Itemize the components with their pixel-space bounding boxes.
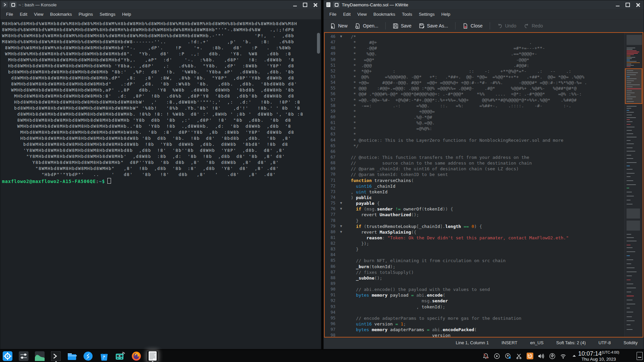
redo-button[interactable]: Redo [521,21,546,31]
konsole-menu-edit[interactable]: Edit [17,10,30,18]
konsole-menu-file[interactable]: File [3,10,16,18]
system-settings-icon[interactable] [18,351,29,361]
code-line: * %@.=@@. [345,120,624,126]
input-mode[interactable]: INSERT [501,340,517,345]
code-line: revert Unauthorized(); [345,212,624,218]
minimap-mark [627,52,639,52]
application-launcher-icon[interactable] [2,351,13,361]
terminal-area[interactable]: M8HbW%d8MHbd%W8MHb8dW%M8HbdW8%MHbd8WM%H8… [0,19,321,349]
clock-timezone: (UTC-4:00) [602,350,620,354]
kwrite-menu-file[interactable]: File [326,10,339,18]
maximize-button[interactable] [302,2,308,7]
minimize-button[interactable] [292,2,298,7]
backup-tool-icon[interactable] [527,353,533,359]
minimap-mark [627,84,640,85]
kwrite-menu-view[interactable]: View [354,10,370,18]
media-player-icon[interactable] [493,353,500,359]
kwrite-titlebar[interactable]: TinyDaemons-Canto.sol — KWrite [324,0,644,9]
kwrite-menu-help[interactable]: Help [438,10,453,18]
code-text-area[interactable]: /* * #@+ . * -@@# =#*+=---+**- * %@@. [344,33,624,337]
text-editor-view[interactable]: 4647484950515253545556575859606162636465… [324,32,643,338]
close-button[interactable] [635,2,640,7]
fold-marker[interactable]: ▼ [338,206,344,212]
konsole-menu-settings[interactable]: Settings [97,10,118,18]
konsole-menu-plugins[interactable]: Plugins [75,10,96,18]
undo-button[interactable]: Undo [494,21,519,31]
konsole-menu-help[interactable]: Help [119,10,134,18]
code-line: revert MaxSplaining({ [345,229,624,235]
digital-clock[interactable]: 10:07:14(UTC-4:00) Thu Aug 10, 2023 [570,350,627,362]
terminal-scrollbar[interactable] [317,33,320,54]
konsole-titlebar[interactable]: ~ : bash — Konsole [0,0,321,9]
konsole-menu-bookmarks[interactable]: Bookmarks [47,10,75,18]
minimap-mark [627,308,630,308]
code-line: * =@%@%: [345,126,624,131]
minimap-mark [627,82,631,83]
save-button[interactable]: Save [390,21,415,31]
open-button[interactable]: Open... [352,21,381,31]
tab-settings[interactable]: Soft Tabs: 2 (4) [556,340,586,345]
line-number: 83 [325,246,338,252]
klipper-clipboard-icon[interactable] [516,353,522,359]
fold-spacer [338,74,344,80]
kwrite-menu-bookmarks[interactable]: Bookmarks [370,10,398,18]
kwrite-menu-tools[interactable]: Tools [399,10,415,18]
encoding[interactable]: UTF-8 [598,340,611,345]
notifications-muted-icon[interactable] [482,353,489,359]
kwrite-menu-edit[interactable]: Edit [340,10,354,18]
close-button-toolbar[interactable]: Close [460,21,486,31]
volume-icon[interactable] [538,353,544,359]
code-line [345,252,624,258]
syntax-language[interactable]: Solidity [624,340,638,345]
minimap-mark [627,272,637,272]
code-line: * +@@@@= [345,109,624,114]
fold-spacer [338,264,344,269]
undo-icon [497,23,503,29]
firefox-icon[interactable] [131,351,142,361]
konsole-taskbar-icon[interactable] [51,351,61,361]
kasts-podcast-icon[interactable] [115,351,125,361]
show-desktop-button[interactable] [637,352,643,360]
minimap-mark [627,241,637,241]
minimap-mark [627,184,636,185]
code-line: , uint tokenId [345,189,624,195]
kate-editor-icon[interactable] [83,351,93,361]
fold-spacer [338,80,344,85]
fold-marker[interactable]: ▼ [338,34,344,40]
code-line: * #@+ . [345,40,624,45]
code-line: function traverseChains( [345,178,624,183]
dolphin-file-manager-icon[interactable] [67,351,77,361]
fold-marker[interactable]: ▼ [338,229,344,235]
system-monitor-icon[interactable] [35,351,45,361]
fold-marker[interactable]: ▼ [338,224,344,229]
fold-spacer [338,275,344,281]
cursor-position[interactable]: Line 1, Column 1 [456,340,489,345]
fold-spacer [338,310,344,315]
wifi-icon[interactable] [560,353,567,359]
scrollbar-minimap[interactable] [624,33,643,337]
code-line: } [345,246,624,252]
konsole-menu-view[interactable]: View [31,10,46,18]
close-button[interactable] [312,2,318,7]
minimize-button[interactable] [615,2,620,7]
redo-icon [524,23,529,29]
new-button[interactable]: New [327,21,351,31]
save-as-button[interactable]: Save As... [416,21,451,31]
usb-device-icon[interactable] [549,353,555,359]
code-line: * @@@ :#@@+.=@@@: .@@@ :*@@% =@@@%%= .@@… [345,85,624,91]
code-line: * %@@. .==*@@@@+- [345,51,624,57]
fold-marker[interactable]: ▼ [338,200,344,206]
kwrite-taskbar-icon[interactable] [147,351,158,361]
konsole-window: ~ : bash — Konsole FileEditViewBookmarks… [0,0,321,349]
maximize-button[interactable] [625,2,630,7]
discover-app-store-icon[interactable] [99,351,109,361]
fold-spacer [338,298,344,304]
dictionary[interactable]: en_US [530,340,544,345]
updates-available-icon[interactable] [504,353,511,359]
kwrite-menu-settings[interactable]: Settings [416,10,438,18]
line-number: 88 [325,275,338,281]
fold-spacer [338,172,344,177]
code-folding-column[interactable]: ▼▼▼▼▼ [338,33,344,337]
minimap-mark [627,204,633,204]
fold-spacer [338,292,344,298]
